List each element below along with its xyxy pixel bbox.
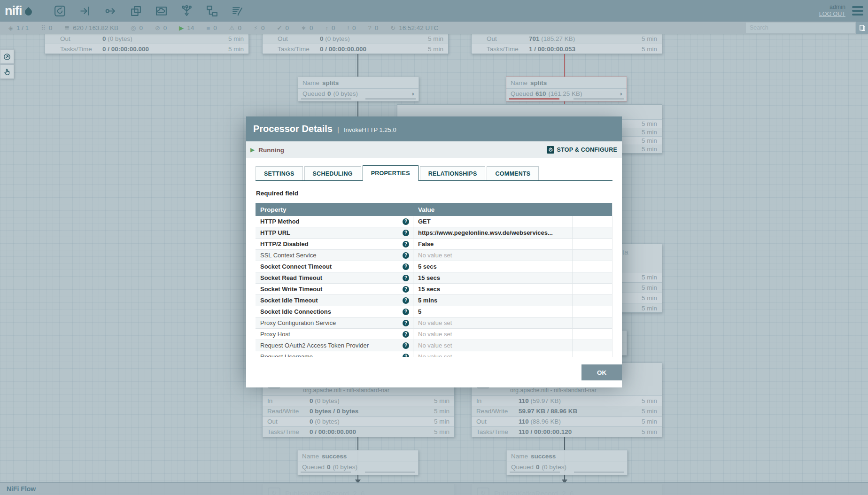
remote-process-group-tool-icon[interactable]: [155, 5, 168, 17]
property-row: Proxy Host? No value set: [256, 329, 612, 340]
connection-label-splits-right[interactable]: Namesplits Queued 610 (161.25 KB) ◑: [506, 77, 627, 101]
property-row: Request OAuth2 Access Token Provider? No…: [256, 340, 612, 351]
stopped-icon: ■: [206, 24, 210, 31]
search-settings-button[interactable]: [856, 22, 868, 34]
property-row: Socket Write Timeout? 15 secs: [256, 284, 612, 295]
property-row: Socket Read Timeout? 15 secs: [256, 272, 612, 284]
help-icon[interactable]: ?: [403, 309, 409, 315]
stopped-status: ■ 0: [206, 24, 217, 31]
funnel-tool-icon[interactable]: [180, 5, 193, 17]
dialog-status-row: ▶ Running ⚙ STOP & CONFIGURE: [246, 141, 622, 158]
search-input[interactable]: [746, 23, 855, 33]
help-icon[interactable]: ?: [403, 263, 409, 270]
stop-and-configure-button[interactable]: ⚙ STOP & CONFIGURE: [547, 146, 617, 154]
properties-table-body[interactable]: HTTP Method? GET HTTP URL? https://www.p…: [256, 216, 612, 357]
hand-pointer-icon: [2, 67, 12, 77]
refresh-icon[interactable]: ↻: [390, 24, 395, 31]
last-refreshed: ↻ 16:52:42 UTC: [390, 24, 438, 31]
stat-row-tasks: Tasks/Time 1 / 00:00:00.053 5 min: [472, 44, 662, 54]
queue-size-bar: [365, 472, 415, 473]
stat-row-in: In 0 (0 bytes) 5 min: [263, 395, 454, 406]
running-state-icon: ▶: [250, 147, 255, 153]
current-user: admin: [819, 4, 845, 11]
processor-stats-top-middle[interactable]: Out 0 (0 bytes) 5 min Tasks/Time 0 / 00:…: [262, 33, 449, 54]
status-bar: ◈ 1 / 1 ⠿ 0 ≣ 620 / 163.82 KB ◎ 0 ⊘ 0 ▶ …: [0, 22, 868, 34]
operate-palette-button[interactable]: [0, 64, 14, 79]
not-transmitting-icon: ⊘: [155, 24, 160, 31]
help-icon[interactable]: ?: [403, 230, 409, 236]
dialog-body: SETTINGS SCHEDULING PROPERTIES RELATIONS…: [246, 165, 622, 387]
stat-row-out: Out 0 (0 bytes) 5 min: [45, 34, 248, 44]
stat-row-out: Out 701 (185.27 KB) 5 min: [472, 34, 662, 44]
queue-count-bar: [301, 472, 351, 473]
connection-line[interactable]: [357, 53, 358, 77]
tab-relationships[interactable]: RELATIONSHIPS: [420, 166, 486, 180]
properties-table: Property Value HTTP Method? GET HTTP URL…: [256, 203, 612, 357]
tab-comments[interactable]: COMMENTS: [487, 166, 539, 180]
connection-label-splits-middle[interactable]: Namesplits Queued 0 (0 bytes) ◑: [298, 77, 419, 101]
stat-row-out: Out 0 (0 bytes) 5 min: [263, 416, 454, 426]
help-icon[interactable]: ?: [403, 275, 409, 281]
locally-modified-icon: ∗: [301, 24, 306, 31]
disabled-status: ⚡ 0: [254, 24, 265, 31]
property-column-header: Property: [256, 206, 413, 213]
help-icon[interactable]: ?: [403, 331, 409, 338]
property-row: HTTP/2 Disabled? False: [256, 239, 612, 250]
dialog-title: Processor Details: [253, 116, 333, 141]
stat-row-tasks: Tasks/Time 0 / 00:00:00.000 5 min: [45, 44, 248, 54]
processor-tool-icon[interactable]: [54, 5, 66, 17]
required-field-note: Required field: [256, 190, 612, 197]
help-icon[interactable]: ?: [403, 354, 409, 357]
stat-row-out: Out 0 (0 bytes) 5 min: [263, 34, 448, 44]
ok-button[interactable]: OK: [581, 364, 622, 380]
queued-status: ≣ 620 / 163.82 KB: [64, 24, 118, 31]
stat-row-in: In 110 (59.97 KB) 5 min: [472, 395, 662, 406]
help-icon[interactable]: ?: [403, 297, 409, 304]
help-icon[interactable]: ?: [403, 286, 409, 293]
processor-stats-top-left[interactable]: Out 0 (0 bytes) 5 min Tasks/Time 0 / 00:…: [45, 33, 249, 54]
stale-status: ↑ 0: [325, 24, 335, 31]
processor-details-dialog: Processor Details | InvokeHTTP 1.25.0 ▶ …: [246, 116, 622, 380]
help-icon[interactable]: ?: [403, 342, 409, 349]
navigate-palette-button[interactable]: [0, 49, 14, 64]
header-right: admin LOG OUT: [819, 4, 863, 18]
cluster-icon: ◈: [8, 24, 13, 31]
label-tool-icon[interactable]: [231, 5, 244, 17]
help-icon[interactable]: ?: [403, 241, 409, 248]
tab-settings[interactable]: SETTINGS: [256, 166, 303, 180]
stat-row-out: Out 110 (88.96 KB) 5 min: [472, 416, 662, 426]
connection-label-success-right[interactable]: Namesuccess Queued 0 (0 bytes): [506, 450, 628, 475]
property-row: HTTP Method? GET: [256, 216, 612, 227]
connection-line-backpressure[interactable]: [564, 53, 565, 77]
connection-line[interactable]: [357, 101, 358, 116]
logout-link[interactable]: LOG OUT: [819, 11, 845, 18]
invalid-status: ⚠ 0: [229, 24, 241, 31]
nifi-drop-icon: [23, 7, 33, 16]
app-header: nifi: [0, 0, 868, 22]
question-icon: ?: [368, 24, 372, 31]
queued-icon: ≣: [64, 24, 70, 31]
nifi-logo-text: nifi: [5, 0, 22, 22]
tab-properties[interactable]: PROPERTIES: [363, 165, 418, 181]
connection-label-success-left[interactable]: Namesuccess Queued 0 (0 bytes): [297, 450, 418, 475]
output-port-tool-icon[interactable]: [104, 5, 117, 17]
help-icon[interactable]: ?: [403, 252, 409, 259]
queue-count-bar: [510, 472, 560, 473]
running-state-label: Running: [258, 147, 284, 154]
queue-size-bar: [365, 98, 416, 100]
queue-size-bar: [574, 472, 624, 473]
input-port-tool-icon[interactable]: [79, 5, 92, 17]
template-tool-icon[interactable]: [206, 5, 218, 17]
global-menu-icon[interactable]: [852, 6, 863, 16]
properties-table-header: Property Value: [256, 203, 612, 216]
breadcrumb-root[interactable]: NiFi Flow: [0, 485, 36, 493]
process-group-tool-icon[interactable]: [130, 5, 142, 17]
queue-size-bar: [574, 98, 624, 100]
help-icon[interactable]: ?: [403, 320, 409, 326]
tab-scheduling[interactable]: SCHEDULING: [304, 166, 361, 180]
help-icon[interactable]: ?: [403, 218, 409, 225]
user-block: admin LOG OUT: [819, 4, 845, 18]
navigate-icon: [2, 52, 12, 62]
up-to-date-icon: ✔: [277, 24, 282, 31]
processor-stats-top-right[interactable]: Out 701 (185.27 KB) 5 min Tasks/Time 1 /…: [471, 33, 662, 54]
